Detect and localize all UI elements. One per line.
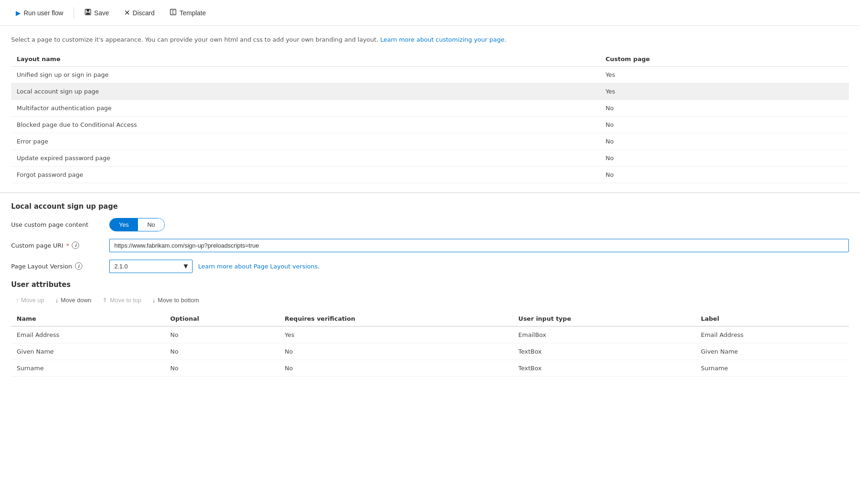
learn-more-link[interactable]: Learn more about customizing your page. [380,36,506,43]
attr-label: Given Name [695,343,849,360]
layout-row-name: Local account sign up page [11,83,600,100]
layout-version-select-wrapper: 2.1.02.0.01.2.01.1.01.0.0 ▼ [109,260,193,273]
run-user-flow-button[interactable]: ▶ Run user flow [9,6,70,20]
col-layout-name: Layout name [11,52,600,67]
required-indicator: * [66,242,69,249]
toolbar-divider-1 [74,7,74,19]
layout-row-custom-page: No [600,149,849,166]
template-icon [169,8,177,17]
attr-optional: No [165,343,279,360]
layout-table-row[interactable]: Update expired password page No [11,149,849,166]
layout-table-row[interactable]: Unified sign up or sign in page Yes [11,66,849,83]
move-down-icon: ↓ [55,297,58,304]
use-custom-label: Use custom page content [11,221,104,228]
attr-col-header: User input type [513,311,695,326]
layout-table: Layout name Custom page Unified sign up … [11,52,849,183]
move-down-button[interactable]: ↓ Move down [50,294,96,306]
attr-optional: No [165,360,279,376]
layout-table-row[interactable]: Forgot password page No [11,166,849,183]
layout-row-custom-page: Yes [600,66,849,83]
attr-user-input-type: EmailBox [513,326,695,343]
attr-col-header: Name [11,311,165,326]
move-to-bottom-icon: ↓ [152,297,156,304]
description-text: Select a page to customize it's appearan… [11,35,849,44]
layout-row-name: Blocked page due to Conditional Access [11,116,600,133]
custom-uri-label: Custom page URI * i [11,242,104,249]
move-to-top-button[interactable]: ⇑ Move to top [98,294,146,306]
discard-label: Discard [133,9,155,17]
move-up-button[interactable]: ↑ Move up [11,294,49,306]
detail-section-title: Local account sign up page [11,202,849,211]
page-layout-version-label: Page Layout Version i [11,262,104,270]
attr-user-input-type: TextBox [513,360,695,376]
custom-uri-row: Custom page URI * i [11,239,849,252]
toolbar: ▶ Run user flow Save ✕ Discard Template [0,0,860,26]
main-content: Select a page to customize it's appearan… [0,26,860,193]
run-icon: ▶ [16,9,21,17]
layout-row-custom-page: No [600,166,849,183]
layout-version-learn-link[interactable]: Learn more about Page Layout versions. [198,263,319,270]
attr-user-input-type: TextBox [513,343,695,360]
attr-label: Email Address [695,326,849,343]
toggle-no[interactable]: No [138,218,164,231]
layout-row-name: Multifactor authentication page [11,100,600,116]
attr-table-row: Given Name No No TextBox Given Name [11,343,849,360]
run-label: Run user flow [24,9,63,17]
save-icon [84,8,92,17]
layout-row-custom-page: No [600,116,849,133]
detail-section: Local account sign up page Use custom pa… [0,193,860,386]
col-custom-page: Custom page [600,52,849,67]
use-custom-row: Use custom page content Yes No [11,218,849,231]
attr-optional: No [165,326,279,343]
attr-name: Email Address [11,326,165,343]
layout-row-name: Unified sign up or sign in page [11,66,600,83]
attr-label: Surname [695,360,849,376]
svg-rect-1 [87,9,89,12]
attr-col-header: Optional [165,311,279,326]
move-to-bottom-button[interactable]: ↓ Move to bottom [148,294,204,306]
layout-row-custom-page: Yes [600,83,849,100]
user-attributes-title: User attributes [11,280,849,289]
save-button[interactable]: Save [78,5,116,21]
layout-table-row[interactable]: Multifactor authentication page No [11,100,849,116]
attr-table-row: Surname No No TextBox Surname [11,360,849,376]
attr-col-header: Requires verification [279,311,513,326]
template-label: Template [180,9,206,17]
attr-table-row: Email Address No Yes EmailBox Email Addr… [11,326,849,343]
svg-rect-2 [86,12,90,14]
layout-version-info-icon[interactable]: i [75,262,82,270]
discard-button[interactable]: ✕ Discard [118,5,161,21]
layout-row-custom-page: No [600,100,849,116]
page-layout-version-row: Page Layout Version i 2.1.02.0.01.2.01.1… [11,260,849,273]
layout-table-row[interactable]: Error page No [11,133,849,149]
move-to-top-icon: ⇑ [102,297,107,304]
attr-name: Surname [11,360,165,376]
uri-info-icon[interactable]: i [72,242,79,249]
layout-table-row[interactable]: Blocked page due to Conditional Access N… [11,116,849,133]
attr-requires-verification: No [279,360,513,376]
attr-name: Given Name [11,343,165,360]
attr-col-header: Label [695,311,849,326]
layout-row-name: Update expired password page [11,149,600,166]
use-custom-toggle[interactable]: Yes No [109,218,165,231]
custom-uri-input[interactable] [109,239,849,252]
layout-table-row[interactable]: Local account sign up page Yes [11,83,849,100]
toggle-yes[interactable]: Yes [110,218,138,231]
attr-requires-verification: Yes [279,326,513,343]
action-row: ↑ Move up ↓ Move down ⇑ Move to top ↓ Mo… [11,294,849,306]
template-button[interactable]: Template [163,5,212,21]
attributes-table: NameOptionalRequires verificationUser in… [11,311,849,377]
layout-row-name: Error page [11,133,600,149]
layout-row-name: Forgot password page [11,166,600,183]
layout-row-custom-page: No [600,133,849,149]
discard-icon: ✕ [124,8,130,17]
save-label: Save [94,9,109,17]
move-up-icon: ↑ [16,297,19,304]
layout-version-select[interactable]: 2.1.02.0.01.2.01.1.01.0.0 [109,260,193,273]
attr-requires-verification: No [279,343,513,360]
